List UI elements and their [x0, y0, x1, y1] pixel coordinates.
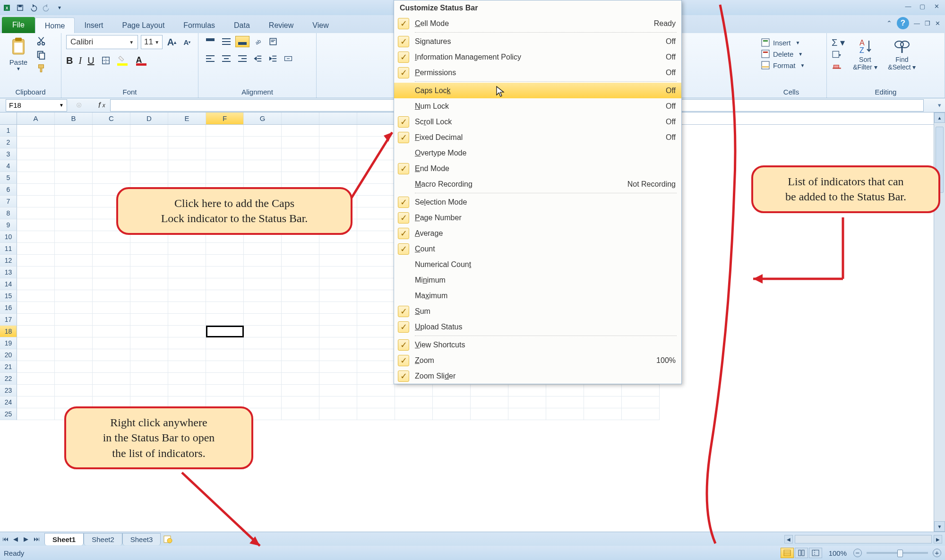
- cell[interactable]: [17, 125, 55, 137]
- fx-icon[interactable]: fx: [98, 101, 105, 110]
- cell[interactable]: [55, 267, 93, 278]
- cell[interactable]: [206, 172, 244, 184]
- cell[interactable]: [319, 278, 357, 290]
- paste-button[interactable]: Paste ▼: [5, 35, 32, 71]
- cell[interactable]: [55, 314, 93, 326]
- cell[interactable]: [244, 278, 282, 290]
- cell[interactable]: [168, 148, 206, 160]
- cell[interactable]: [93, 148, 130, 160]
- cell[interactable]: [282, 314, 319, 326]
- cell[interactable]: [282, 243, 319, 255]
- column-header[interactable]: E: [168, 112, 206, 124]
- cell[interactable]: [130, 314, 168, 326]
- cell[interactable]: [17, 267, 55, 278]
- cell[interactable]: [168, 326, 206, 337]
- menu-item[interactable]: ✓Page Number: [394, 210, 681, 225]
- menu-item[interactable]: Caps LockOff: [394, 83, 681, 98]
- row-header[interactable]: 2: [0, 137, 17, 148]
- row-header[interactable]: 10: [0, 231, 17, 243]
- cell[interactable]: [93, 255, 130, 267]
- tab-view[interactable]: View: [303, 17, 338, 33]
- cell[interactable]: [55, 255, 93, 267]
- align-left-icon[interactable]: [203, 53, 217, 64]
- row-header[interactable]: 1: [0, 125, 17, 137]
- cell[interactable]: [55, 361, 93, 373]
- cell[interactable]: [93, 326, 130, 337]
- cell[interactable]: [17, 278, 55, 290]
- cell[interactable]: [130, 160, 168, 172]
- cell[interactable]: [55, 196, 93, 207]
- tab-formulas[interactable]: Formulas: [174, 17, 224, 33]
- cell[interactable]: [17, 243, 55, 255]
- cell[interactable]: [584, 385, 622, 396]
- align-right-icon[interactable]: [235, 53, 249, 64]
- row-header[interactable]: 5: [0, 172, 17, 184]
- cell[interactable]: [55, 160, 93, 172]
- cell[interactable]: [319, 302, 357, 314]
- cell[interactable]: [17, 337, 55, 349]
- menu-item[interactable]: ✓Fixed DecimalOff: [394, 129, 681, 145]
- cell[interactable]: [357, 408, 395, 420]
- cell[interactable]: [319, 373, 357, 385]
- cell[interactable]: [282, 172, 319, 184]
- cell[interactable]: [244, 267, 282, 278]
- cell[interactable]: [244, 326, 282, 337]
- cell[interactable]: [282, 326, 319, 337]
- cell[interactable]: [130, 148, 168, 160]
- cell[interactable]: [130, 361, 168, 373]
- cell[interactable]: [319, 255, 357, 267]
- cell[interactable]: [357, 255, 395, 267]
- column-header[interactable]: B: [55, 112, 93, 124]
- cell[interactable]: [433, 408, 471, 420]
- cell[interactable]: [433, 385, 471, 396]
- cell[interactable]: [93, 243, 130, 255]
- cell[interactable]: [357, 231, 395, 243]
- scroll-down-icon[interactable]: ▼: [934, 521, 945, 532]
- cell[interactable]: [168, 349, 206, 361]
- cell[interactable]: [244, 302, 282, 314]
- cell[interactable]: [206, 148, 244, 160]
- minimize-icon[interactable]: ―: [903, 2, 913, 10]
- cell[interactable]: [282, 148, 319, 160]
- cell[interactable]: [168, 314, 206, 326]
- cell[interactable]: [206, 302, 244, 314]
- cell[interactable]: [168, 172, 206, 184]
- row-header[interactable]: 14: [0, 278, 17, 290]
- cell[interactable]: [93, 373, 130, 385]
- cell[interactable]: [357, 314, 395, 326]
- tab-data[interactable]: Data: [224, 17, 259, 33]
- cell[interactable]: [93, 278, 130, 290]
- qat-customize-icon[interactable]: ▾: [53, 1, 66, 14]
- cell[interactable]: [471, 408, 508, 420]
- cell[interactable]: [130, 349, 168, 361]
- cell[interactable]: [206, 125, 244, 137]
- row-header[interactable]: 19: [0, 337, 17, 349]
- cell[interactable]: [130, 172, 168, 184]
- cell[interactable]: [17, 231, 55, 243]
- cell[interactable]: [319, 396, 357, 408]
- cell[interactable]: [17, 314, 55, 326]
- cell[interactable]: [55, 125, 93, 137]
- cell[interactable]: [282, 290, 319, 302]
- cell[interactable]: [622, 396, 660, 408]
- cell[interactable]: [17, 302, 55, 314]
- cell[interactable]: [244, 125, 282, 137]
- row-header[interactable]: 6: [0, 184, 17, 196]
- font-color-button[interactable]: A: [136, 55, 150, 66]
- cell[interactable]: [130, 326, 168, 337]
- menu-item[interactable]: ✓Cell ModeReady: [394, 16, 681, 31]
- column-header[interactable]: C: [93, 112, 130, 124]
- cell[interactable]: [282, 349, 319, 361]
- wrap-text-icon[interactable]: [266, 35, 280, 48]
- menu-item[interactable]: ✓Selection Mode: [394, 194, 681, 210]
- save-icon[interactable]: [13, 1, 26, 14]
- row-header[interactable]: 4: [0, 160, 17, 172]
- cell[interactable]: [319, 408, 357, 420]
- menu-item[interactable]: Overtype Mode: [394, 145, 681, 161]
- cell[interactable]: [168, 385, 206, 396]
- cell[interactable]: [546, 396, 584, 408]
- cell[interactable]: [357, 396, 395, 408]
- column-header[interactable]: D: [130, 112, 168, 124]
- cell[interactable]: [130, 125, 168, 137]
- cell[interactable]: [357, 326, 395, 337]
